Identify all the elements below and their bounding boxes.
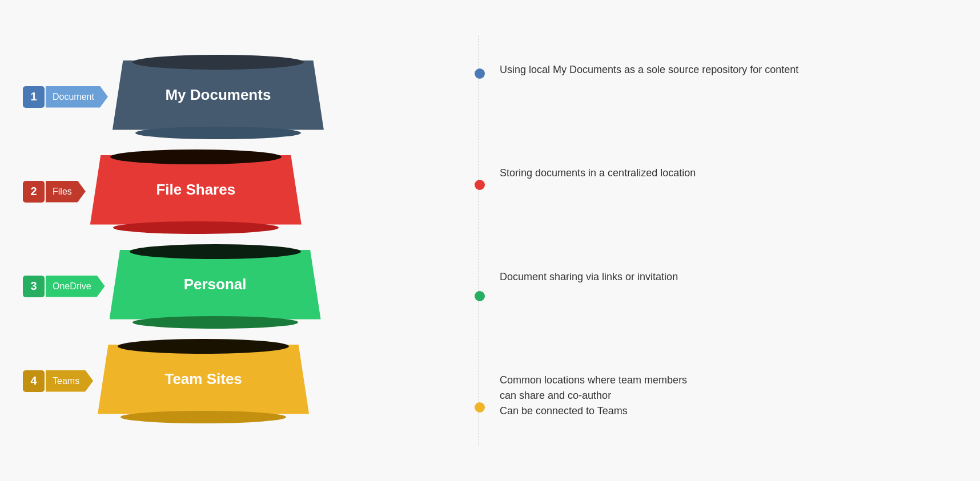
cap-bottom-4 — [121, 411, 286, 423]
descriptions: Using local My Documents as a sole sourc… — [500, 18, 957, 463]
badge-1: 1 — [23, 86, 45, 108]
item-row-2: 2FilesFile Shares — [23, 149, 302, 234]
label-group-4: 4Teams — [23, 370, 93, 392]
bowl-4: Team Sites — [98, 339, 309, 423]
bowl-3: Personal — [110, 244, 321, 329]
label-group-2: 2Files — [23, 181, 86, 203]
cap-bottom-2 — [113, 221, 279, 234]
badge-2: 2 — [23, 181, 45, 203]
dot-3 — [475, 291, 485, 301]
dot-4 — [475, 402, 485, 413]
cap-bottom-3 — [132, 316, 298, 329]
main-container: 1DocumentMy Documents2FilesFile Shares3O… — [0, 0, 980, 481]
timeline-dots — [468, 18, 491, 463]
cap-top-1 — [132, 55, 304, 70]
arrow-label-4: Teams — [46, 370, 93, 392]
cap-top-2 — [110, 149, 282, 164]
description-3: Document sharing via links or invitation — [500, 269, 957, 285]
bowl-text-2: File Shares — [90, 155, 302, 225]
label-group-1: 1Document — [23, 86, 108, 108]
cap-bottom-1 — [135, 127, 301, 139]
item-row-3: 3OneDrivePersonal — [23, 244, 321, 329]
bowl-text-4: Team Sites — [98, 345, 309, 414]
bowl-text-3: Personal — [110, 250, 321, 320]
bowl-2: File Shares — [90, 149, 302, 234]
arrow-label-2: Files — [46, 181, 86, 203]
arrow-label-3: OneDrive — [46, 276, 105, 297]
badge-4: 4 — [23, 370, 45, 392]
description-4: Common locations where team memberscan s… — [500, 373, 957, 419]
dot-2 — [475, 180, 485, 190]
right-panel: Using local My Documents as a sole sourc… — [468, 18, 957, 463]
dot-1 — [475, 68, 485, 79]
bowl-text-1: My Documents — [113, 60, 324, 130]
left-panel: 1DocumentMy Documents2FilesFile Shares3O… — [23, 55, 457, 427]
cap-top-3 — [130, 244, 301, 259]
description-2: Storing documents in a centralized locat… — [500, 165, 957, 181]
arrow-label-1: Document — [46, 86, 108, 108]
item-row-1: 1DocumentMy Documents — [23, 55, 324, 139]
bowl-1: My Documents — [113, 55, 324, 139]
item-row-4: 4TeamsTeam Sites — [23, 339, 309, 423]
label-group-3: 3OneDrive — [23, 276, 105, 297]
badge-3: 3 — [23, 276, 45, 297]
cap-top-4 — [118, 339, 289, 354]
description-1: Using local My Documents as a sole sourc… — [500, 62, 957, 78]
